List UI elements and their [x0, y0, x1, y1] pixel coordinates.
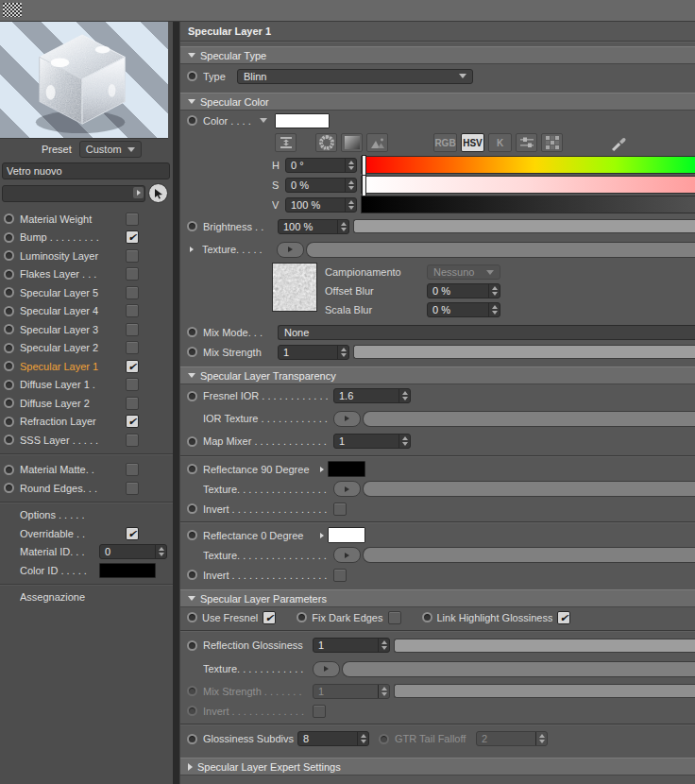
brightness-radio[interactable]	[187, 221, 197, 231]
stepper-arrows-icon[interactable]	[398, 435, 410, 448]
channel-radio[interactable]	[4, 250, 14, 261]
channel-radio[interactable]	[4, 232, 14, 243]
section-transparency[interactable]: Specular Layer Transparency	[180, 366, 695, 384]
channel-checkbox[interactable]	[126, 397, 139, 410]
link-highlight-checkbox[interactable]	[557, 611, 570, 624]
channel-row[interactable]: Specular Layer 5	[0, 283, 173, 302]
mix-mode-radio[interactable]	[187, 327, 197, 337]
reflectance0-expander-icon[interactable]	[320, 533, 324, 538]
parameters-texture-arrow-button[interactable]	[313, 661, 340, 677]
swatches-button[interactable]	[541, 133, 563, 152]
color-wheel-button[interactable]	[315, 133, 337, 152]
texture90-field[interactable]	[363, 481, 695, 497]
channel-checkbox[interactable]	[126, 304, 139, 317]
texture90-arrow-button[interactable]	[333, 481, 361, 497]
channel-radio[interactable]	[4, 435, 14, 445]
material-name-input[interactable]	[2, 162, 170, 179]
link-highlight-radio[interactable]	[422, 612, 432, 622]
invert0-checkbox[interactable]	[333, 569, 347, 582]
reflectance0-radio[interactable]	[187, 530, 197, 540]
material-preview[interactable]	[0, 22, 168, 139]
channel-checkbox[interactable]	[126, 434, 139, 447]
invert0-radio[interactable]	[187, 570, 197, 580]
reflection-glossiness-stepper[interactable]: 1	[313, 638, 390, 653]
color-id-swatch[interactable]	[99, 563, 156, 578]
hue-cursor[interactable]	[362, 155, 366, 177]
section-expert-settings[interactable]: Specular Layer Expert Settings	[180, 758, 695, 775]
stepper-arrows-icon[interactable]	[155, 545, 166, 558]
channel-row[interactable]: Specular Layer 3	[0, 320, 173, 339]
type-radio[interactable]	[187, 71, 197, 81]
value-slider[interactable]	[361, 196, 695, 213]
offset-blur-stepper[interactable]: 0 %	[427, 283, 500, 298]
fresnel-ior-stepper[interactable]: 1.6	[333, 388, 411, 403]
reflectance90-expander-icon[interactable]	[320, 467, 324, 472]
hsv-mode-button[interactable]: HSV	[461, 133, 484, 152]
channel-radio[interactable]	[4, 213, 14, 224]
map-mixer-radio[interactable]	[187, 436, 197, 447]
channel-checkbox[interactable]	[126, 482, 139, 495]
channel-row[interactable]: Bump . . . . . . . . .	[0, 229, 173, 247]
assegnazione-row[interactable]: Assegnazione	[0, 588, 173, 607]
fresnel-ior-radio[interactable]	[187, 391, 197, 401]
channel-checkbox[interactable]	[126, 341, 139, 354]
channel-radio[interactable]	[4, 398, 14, 408]
scale-blur-stepper[interactable]: 0 %	[427, 302, 500, 317]
stepper-arrows-icon[interactable]	[488, 303, 500, 316]
mix-mode-dropdown[interactable]: None	[278, 325, 695, 340]
brightness-slider[interactable]	[353, 219, 695, 233]
texture-field[interactable]	[306, 242, 695, 258]
map-mixer-stepper[interactable]: 1	[333, 434, 411, 449]
mix-strength-radio[interactable]	[187, 347, 197, 357]
channel-checkbox[interactable]	[126, 230, 139, 244]
channel-radio[interactable]	[4, 380, 14, 390]
channel-row[interactable]: Specular Layer 2	[0, 339, 173, 358]
k-mode-button[interactable]: K	[488, 133, 512, 152]
stepper-arrows-icon[interactable]	[345, 179, 356, 192]
texture-arrow-button[interactable]	[277, 242, 304, 258]
fix-dark-edges-radio[interactable]	[297, 612, 307, 622]
channel-checkbox[interactable]	[126, 415, 139, 428]
stepper-arrows-icon[interactable]	[357, 732, 368, 745]
use-fresnel-radio[interactable]	[187, 612, 197, 622]
use-fresnel-checkbox[interactable]	[263, 611, 276, 624]
rgb-mode-button[interactable]: RGB	[433, 133, 457, 152]
channel-radio[interactable]	[4, 361, 14, 371]
channel-row[interactable]: Flakes Layer . . .	[0, 265, 173, 284]
glossiness-subdivs-radio[interactable]	[187, 734, 197, 744]
glossiness-subdivs-stepper[interactable]: 8	[297, 731, 369, 746]
channel-checkbox[interactable]	[126, 249, 139, 263]
stepper-arrows-icon[interactable]	[337, 220, 348, 233]
channel-radio[interactable]	[4, 483, 14, 493]
channel-checkbox[interactable]	[126, 286, 139, 299]
texture0-arrow-button[interactable]	[333, 547, 361, 563]
specular-color-swatch[interactable]	[275, 113, 330, 128]
eyedropper-icon[interactable]	[610, 134, 627, 151]
channel-checkbox[interactable]	[126, 378, 139, 391]
pick-object-button[interactable]	[148, 183, 168, 203]
brightness-stepper[interactable]: 100 %	[278, 219, 349, 234]
compact-ui-button[interactable]	[275, 133, 297, 152]
channel-row[interactable]: Specular Layer 1	[0, 357, 173, 376]
channel-row[interactable]: Round Edges. . .	[0, 479, 173, 498]
channel-checkbox[interactable]	[126, 360, 139, 373]
mix-strength-stepper[interactable]: 1	[278, 345, 349, 360]
channel-radio[interactable]	[4, 465, 14, 475]
channel-checkbox[interactable]	[126, 463, 139, 476]
fix-dark-edges-checkbox[interactable]	[388, 611, 401, 624]
texture-hatch-icon[interactable]	[3, 3, 22, 17]
mixer-button[interactable]	[516, 133, 537, 152]
stepper-arrows-icon[interactable]	[345, 159, 356, 172]
channel-row[interactable]: Specular Layer 4	[0, 302, 173, 321]
channel-radio[interactable]	[4, 306, 14, 316]
channel-row[interactable]: Material Weight	[0, 210, 173, 229]
stepper-arrows-icon[interactable]	[398, 389, 410, 402]
section-parameters[interactable]: Specular Layer Parameters	[180, 589, 695, 607]
stepper-arrows-icon[interactable]	[345, 198, 356, 212]
channel-checkbox[interactable]	[126, 323, 139, 336]
reflectance90-swatch[interactable]	[328, 461, 365, 477]
channel-radio[interactable]	[4, 324, 14, 334]
channel-radio[interactable]	[4, 417, 14, 427]
spectrum-button[interactable]	[341, 133, 363, 152]
value-stepper[interactable]: 100 %	[285, 197, 357, 213]
